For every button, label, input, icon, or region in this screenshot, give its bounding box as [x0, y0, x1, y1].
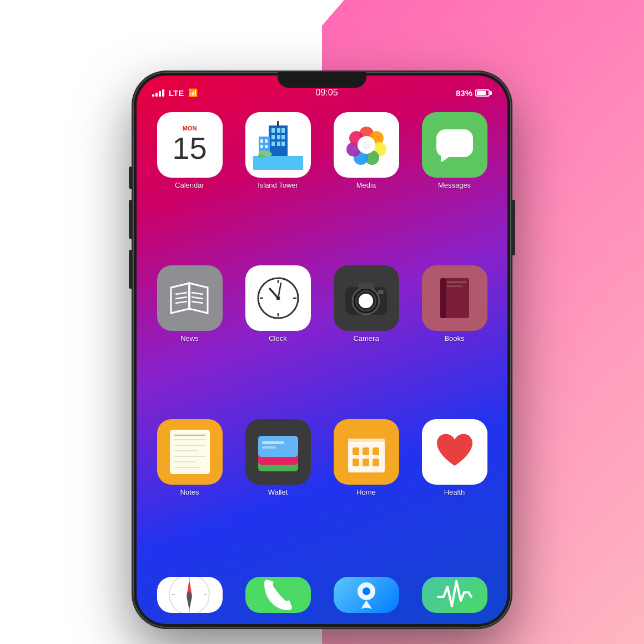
svg-rect-76	[363, 447, 369, 455]
calendar-date: 15	[157, 133, 223, 168]
svg-rect-80	[373, 459, 379, 466]
svg-rect-18	[277, 121, 279, 127]
app-icon-home	[334, 419, 399, 485]
svg-rect-54	[378, 290, 384, 294]
svg-point-48	[276, 296, 280, 300]
phone-svg	[261, 577, 295, 613]
signal-bar-1	[152, 94, 154, 97]
svg-rect-77	[373, 447, 379, 455]
app-label-camera: Camera	[353, 334, 379, 343]
app-item-health[interactable]: Health	[412, 419, 496, 568]
app-label-island-tower: Island Tower	[258, 181, 298, 189]
svg-line-37	[192, 293, 203, 294]
app-icon-wallet	[245, 419, 311, 485]
app-item-home[interactable]: Home	[324, 419, 408, 568]
app-icon-books	[422, 265, 487, 331]
svg-rect-16	[260, 145, 263, 148]
svg-line-38	[192, 297, 203, 299]
app-item-compass[interactable]	[148, 577, 232, 613]
battery-tip	[490, 91, 492, 95]
app-item-phone[interactable]	[236, 577, 320, 613]
app-label-wallet: Wallet	[268, 488, 288, 496]
app-item-media[interactable]: Media	[324, 112, 408, 261]
app-item-messages[interactable]: Messages	[412, 112, 496, 261]
media-svg	[341, 120, 391, 170]
svg-rect-9	[281, 135, 285, 139]
app-item-fitness[interactable]	[412, 577, 496, 613]
app-item-camera[interactable]: Camera	[324, 265, 408, 414]
app-item-clock[interactable]: Clock	[236, 265, 320, 414]
svg-rect-53	[358, 283, 375, 289]
svg-rect-56	[440, 278, 446, 318]
app-item-notes[interactable]: Notes	[148, 419, 232, 568]
app-label-calendar: Calendar	[175, 181, 204, 189]
side-button-volume-up[interactable]	[129, 200, 132, 239]
app-label-news: News	[180, 334, 199, 343]
svg-rect-14	[260, 139, 263, 143]
svg-rect-78	[353, 459, 359, 466]
camera-svg	[343, 276, 390, 320]
app-item-news[interactable]: News	[148, 265, 232, 414]
svg-rect-6	[281, 128, 285, 133]
app-icon-messages	[422, 112, 487, 178]
wallet-svg	[254, 428, 303, 475]
app-label-media: Media	[356, 181, 376, 189]
wifi-icon: 📶	[188, 88, 198, 97]
side-button-volume-down[interactable]	[129, 250, 132, 289]
app-item-books[interactable]: Books	[412, 265, 496, 414]
svg-rect-79	[363, 459, 369, 466]
health-svg	[432, 430, 477, 474]
side-button-power[interactable]	[512, 200, 515, 255]
svg-point-88	[187, 592, 192, 597]
app-icon-phone	[245, 577, 311, 613]
side-button-mute[interactable]	[129, 167, 132, 189]
status-right: 83%	[456, 88, 492, 98]
svg-rect-57	[447, 281, 467, 283]
app-item-wallet[interactable]: Wallet	[236, 419, 320, 568]
notes-svg	[168, 427, 212, 476]
app-label-notes: Notes	[180, 488, 199, 496]
svg-line-36	[175, 301, 187, 303]
app-icon-fitness	[422, 577, 487, 613]
app-icon-clock	[245, 265, 311, 331]
home-svg	[344, 431, 389, 472]
status-time: 09:05	[316, 88, 338, 98]
svg-rect-74	[348, 439, 385, 444]
app-icon-compass	[157, 577, 223, 613]
battery-percentage: 83%	[456, 88, 472, 98]
app-label-books: Books	[444, 334, 464, 343]
svg-rect-58	[447, 285, 462, 287]
svg-rect-31	[436, 129, 473, 157]
app-item-maps[interactable]	[324, 577, 408, 613]
partial-app-row	[137, 577, 507, 624]
phone-screen: LTE 📶 09:05 83%	[137, 76, 507, 624]
compass-svg	[166, 577, 213, 613]
app-item-calendar[interactable]: MON 15 Calendar	[148, 112, 232, 261]
signal-bar-3	[159, 91, 161, 97]
app-icon-island-tower	[245, 112, 311, 178]
app-icon-health	[422, 419, 487, 485]
svg-rect-15	[265, 139, 268, 143]
app-icon-calendar: MON 15	[157, 112, 223, 178]
news-svg	[169, 279, 210, 318]
notch	[278, 72, 366, 88]
status-left: LTE 📶	[152, 88, 198, 98]
fitness-svg	[435, 577, 474, 613]
battery-icon	[475, 89, 492, 97]
svg-rect-72	[262, 446, 276, 449]
app-icon-news	[157, 265, 223, 331]
svg-rect-73	[348, 442, 385, 472]
app-icon-maps	[334, 577, 399, 613]
app-label-clock: Clock	[269, 334, 287, 343]
svg-point-30	[362, 140, 371, 149]
app-item-island-tower[interactable]: Island Tower	[236, 112, 320, 261]
signal-bar-4	[162, 89, 164, 97]
clock-svg	[253, 273, 303, 323]
svg-rect-10	[271, 142, 275, 146]
svg-rect-4	[271, 128, 275, 133]
messages-svg	[435, 128, 474, 162]
svg-rect-2	[253, 156, 303, 170]
svg-rect-75	[353, 447, 359, 455]
app-icon-media	[334, 112, 399, 178]
svg-rect-7	[271, 135, 275, 139]
